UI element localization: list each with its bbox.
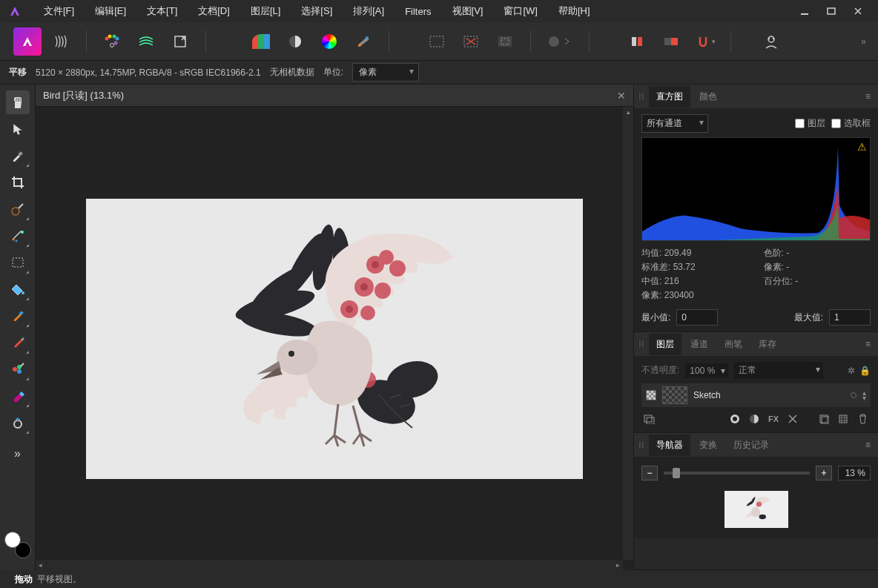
brush-color-button[interactable] [349, 28, 378, 55]
group-layers-button[interactable] [641, 412, 658, 426]
channel-dropdown[interactable]: 所有通道 [641, 114, 708, 133]
panel-menu-button[interactable]: ≡ [862, 440, 874, 450]
adjustment-button[interactable] [280, 28, 310, 55]
tab-channels[interactable]: 通道 [683, 334, 716, 355]
layer-visibility-checkbox[interactable] [646, 390, 656, 400]
color-wheel-button[interactable] [314, 28, 344, 55]
layer-settings-icon[interactable]: ✲ [848, 366, 855, 376]
tool-more-button[interactable]: » [6, 442, 30, 466]
menu-help[interactable]: 帮助[H] [548, 0, 601, 22]
document-tab-close-button[interactable]: ✕ [617, 90, 626, 102]
context-units-label: 单位: [323, 66, 343, 79]
horizontal-scrollbar[interactable]: ◂▸ [36, 560, 623, 570]
menu-view[interactable]: 视图[V] [442, 0, 494, 22]
layer-lock-icon[interactable]: 🔒 [859, 366, 871, 376]
move-tool[interactable] [6, 117, 30, 141]
panel-grip-icon[interactable]: ⁞⁞ [638, 339, 647, 349]
max-input[interactable]: 1 [829, 309, 871, 326]
paint-mixer-tool[interactable] [6, 357, 30, 381]
resize-button[interactable] [165, 28, 195, 55]
navigator-preview[interactable] [724, 491, 788, 528]
panel-menu-button[interactable]: ≡ [862, 339, 874, 349]
layer-row[interactable]: Sketch ▴▾ [641, 383, 871, 407]
tab-history[interactable]: 历史记录 [726, 435, 776, 456]
layer-checkbox[interactable]: 图层 [795, 117, 825, 130]
color-picker-tool[interactable] [6, 144, 30, 168]
window-minimize-button[interactable] [798, 4, 811, 18]
tab-transform[interactable]: 变换 [692, 435, 724, 456]
zoom-value-input[interactable]: 13 % [838, 466, 871, 480]
menu-text[interactable]: 文本[T] [136, 0, 188, 22]
menu-edit[interactable]: 编辑[E] [85, 0, 136, 22]
add-pixel-layer-button[interactable] [835, 412, 851, 426]
tab-color[interactable]: 颜色 [692, 86, 724, 108]
menu-layer[interactable]: 图层[L] [240, 0, 291, 22]
panel-grip-icon[interactable]: ⁞⁞ [638, 440, 647, 450]
zoom-slider[interactable] [664, 472, 810, 475]
vertical-scrollbar[interactable]: ▴ [623, 107, 633, 560]
clone-tool[interactable] [6, 411, 30, 435]
flood-select-tool[interactable] [6, 224, 30, 248]
arrange-button[interactable] [656, 28, 686, 55]
color-swatch-button[interactable] [97, 28, 127, 55]
stat-pixels: 像素: - [764, 261, 871, 274]
menu-file[interactable]: 文件[F] [33, 0, 85, 22]
selection-checkbox[interactable]: 选取框 [831, 117, 871, 130]
panel-grip-icon[interactable]: ⁞⁞ [638, 91, 647, 102]
selection-brush-tool[interactable] [6, 197, 30, 221]
add-layer-button[interactable] [816, 412, 832, 426]
svg-rect-1 [828, 8, 835, 14]
view-tool[interactable] [6, 90, 30, 114]
canvas[interactable] [86, 199, 583, 479]
photo-persona-button[interactable] [13, 27, 42, 56]
paint-brush-tool[interactable] [6, 304, 30, 328]
tab-histogram[interactable]: 直方图 [649, 86, 690, 108]
toolbar-more-button[interactable]: » [856, 36, 871, 47]
erase-tool[interactable] [6, 384, 30, 408]
delete-layer-button[interactable] [854, 412, 871, 426]
crossout-button[interactable] [785, 412, 801, 426]
account-button[interactable] [756, 28, 786, 55]
menu-window[interactable]: 窗口[W] [493, 0, 548, 22]
svg-point-53 [360, 305, 375, 320]
right-panels: ⁞⁞ 直方图 颜色 ≡ 所有通道 图层 选取框 ⚠ [633, 85, 878, 570]
canvas-viewport[interactable]: ▴ ◂▸ [36, 107, 633, 570]
liquify-persona-button[interactable] [46, 28, 76, 55]
foreground-background-colors[interactable] [4, 532, 31, 558]
panel-menu-button[interactable]: ≡ [862, 91, 874, 102]
quickmask-button[interactable] [541, 28, 578, 55]
pixel-tool[interactable] [6, 331, 30, 354]
units-dropdown[interactable]: 像素 [352, 63, 419, 82]
menu-arrange[interactable]: 排列[A] [343, 0, 395, 22]
fx-button[interactable]: FX [765, 412, 782, 426]
window-maximize-button[interactable] [825, 4, 838, 18]
opacity-dropdown[interactable]: 100 % [685, 363, 728, 378]
marquee-tool[interactable] [6, 251, 30, 274]
menu-filters[interactable]: Filters [395, 1, 441, 22]
tab-navigator[interactable]: 导航器 [649, 435, 690, 456]
selection-new-button[interactable] [422, 28, 452, 55]
menu-document[interactable]: 文档[D] [188, 0, 240, 22]
document-tab[interactable]: Bird [只读] (13.1%) [43, 89, 124, 102]
snapping-button[interactable]: ▾ [690, 28, 720, 55]
align-button[interactable] [622, 28, 652, 55]
selection-deselect-button[interactable] [456, 28, 486, 55]
menu-select[interactable]: 选择[S] [291, 0, 343, 22]
layer-name[interactable]: Sketch [693, 390, 845, 400]
tab-brushes[interactable]: 画笔 [717, 334, 750, 355]
zoom-out-button[interactable]: − [641, 466, 658, 480]
tab-layers[interactable]: 图层 [649, 334, 681, 355]
selection-invert-button[interactable] [490, 28, 520, 55]
mask-button[interactable] [727, 412, 743, 426]
min-input[interactable]: 0 [676, 309, 718, 326]
texture-button[interactable] [131, 28, 161, 55]
crop-tool[interactable] [6, 171, 30, 194]
layer-reorder-arrows[interactable]: ▴▾ [862, 390, 866, 400]
window-close-button[interactable] [851, 4, 865, 18]
zoom-in-button[interactable]: + [816, 466, 832, 480]
flood-fill-tool[interactable] [6, 277, 30, 301]
blend-mode-dropdown[interactable]: 正常 [734, 362, 823, 379]
levels-button[interactable] [246, 28, 276, 55]
adjustment-layer-button[interactable] [746, 412, 762, 426]
tab-stock[interactable]: 库存 [751, 334, 784, 355]
